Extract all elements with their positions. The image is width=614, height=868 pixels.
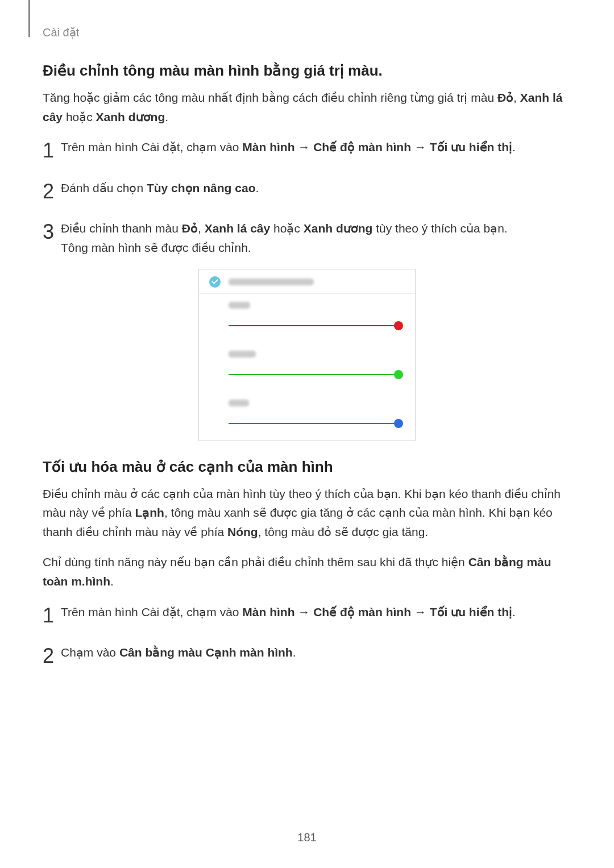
header-accent-bar	[28, 0, 30, 37]
bold: Đỏ	[182, 222, 198, 235]
paragraph-s2-1: Điều chỉnh màu ở các cạnh của màn hình t…	[43, 484, 571, 542]
text: →	[295, 140, 314, 153]
blurred-label	[229, 302, 250, 309]
text: Đánh dấu chọn	[61, 181, 147, 194]
bold-blue: Xanh dương	[96, 110, 165, 123]
paragraph-s2-2: Chỉ dùng tính năng này nếu bạn cần phải …	[43, 553, 571, 591]
slider-red[interactable]	[229, 320, 399, 331]
bold: Tùy chọn nâng cao	[147, 181, 256, 194]
bold: Màn hình	[242, 140, 294, 153]
step-text: Chạm vào Cân bằng màu Cạnh màn hình.	[61, 643, 571, 662]
step-text: Đánh dấu chọn Tùy chọn nâng cao.	[61, 178, 571, 198]
text: Điều chỉnh thanh màu	[61, 222, 182, 235]
step-item: 1 Trên màn hình Cài đặt, chạm vào Màn hì…	[43, 603, 571, 632]
text: .	[255, 181, 259, 194]
slider-green-block	[199, 343, 415, 392]
text: hoặc	[63, 110, 96, 123]
text: ,	[198, 222, 205, 235]
blurred-label	[229, 279, 314, 285]
step-text: Điều chỉnh thanh màu Đỏ, Xanh lá cây hoặ…	[61, 219, 571, 257]
text: .	[293, 646, 296, 659]
bold: Tối ưu hiển thị	[430, 140, 512, 153]
steps-section-2: 1 Trên màn hình Cài đặt, chạm vào Màn hì…	[43, 603, 571, 672]
bold: Cân bằng màu Cạnh màn hình	[119, 646, 293, 659]
text: →	[411, 605, 430, 618]
step-number: 2	[43, 639, 61, 672]
intro-section-1: Tăng hoặc giảm các tông màu nhất định bằ…	[43, 88, 571, 126]
slider-handle[interactable]	[394, 370, 403, 379]
bold: Màn hình	[242, 605, 294, 618]
step-number: 2	[43, 175, 61, 208]
slider-handle[interactable]	[394, 419, 403, 428]
step-number: 1	[43, 599, 61, 632]
text: .	[165, 110, 168, 123]
text: .	[512, 140, 516, 153]
heading-section-1: Điều chỉnh tông màu màn hình bằng giá tr…	[43, 62, 571, 80]
heading-section-2: Tối ưu hóa màu ở các cạnh của màn hình	[43, 458, 571, 476]
bold: Xanh dương	[304, 222, 373, 235]
bold: Chế độ màn hình	[313, 140, 411, 153]
text: .	[512, 605, 516, 618]
step-number: 3	[43, 215, 61, 248]
text: Trên màn hình Cài đặt, chạm vào	[61, 140, 242, 153]
text: .	[110, 575, 114, 588]
slider-line	[229, 423, 399, 424]
step-item: 3 Điều chỉnh thanh màu Đỏ, Xanh lá cây h…	[43, 219, 571, 257]
page-number: 181	[0, 831, 614, 844]
text: ,	[513, 91, 520, 104]
bold-red: Đỏ	[497, 91, 513, 104]
text: Tông màn hình sẽ được điều chỉnh.	[61, 241, 251, 254]
text: Tăng hoặc giảm các tông màu nhất định bằ…	[43, 91, 497, 104]
slider-green[interactable]	[229, 369, 399, 380]
figure-color-sliders	[198, 269, 416, 441]
bold: Tối ưu hiển thị	[430, 605, 512, 618]
text: hoặc	[270, 222, 304, 235]
figure-header	[199, 269, 415, 294]
text: Chỉ dùng tính năng này nếu bạn cần phải …	[43, 555, 468, 568]
step-item: 2 Chạm vào Cân bằng màu Cạnh màn hình.	[43, 643, 571, 672]
text: Chạm vào	[61, 646, 119, 659]
bold: Nóng	[227, 525, 258, 538]
text: →	[411, 140, 430, 153]
text: , tông màu đỏ sẽ được gia tăng.	[258, 525, 429, 538]
slider-line	[229, 325, 399, 326]
step-number: 1	[43, 134, 61, 167]
steps-section-1: 1 Trên màn hình Cài đặt, chạm vào Màn hì…	[43, 138, 571, 257]
slider-red-block	[199, 294, 415, 343]
bold: Lạnh	[135, 506, 164, 519]
step-item: 2 Đánh dấu chọn Tùy chọn nâng cao.	[43, 178, 571, 208]
text: →	[295, 605, 314, 618]
bold: Xanh lá cây	[205, 222, 271, 235]
step-text: Trên màn hình Cài đặt, chạm vào Màn hình…	[61, 603, 571, 622]
text: tùy theo ý thích của bạn.	[372, 222, 507, 235]
check-icon	[209, 276, 221, 288]
slider-blue[interactable]	[229, 418, 399, 429]
slider-handle[interactable]	[394, 321, 403, 330]
text: Trên màn hình Cài đặt, chạm vào	[61, 605, 242, 618]
slider-blue-block	[199, 392, 415, 441]
slider-line	[229, 374, 399, 375]
blurred-label	[229, 351, 256, 358]
step-item: 1 Trên màn hình Cài đặt, chạm vào Màn hì…	[43, 138, 571, 167]
bold: Chế độ màn hình	[313, 605, 411, 618]
blurred-label	[229, 400, 249, 406]
step-text: Trên màn hình Cài đặt, chạm vào Màn hình…	[61, 138, 571, 157]
breadcrumb: Cài đặt	[43, 26, 571, 39]
